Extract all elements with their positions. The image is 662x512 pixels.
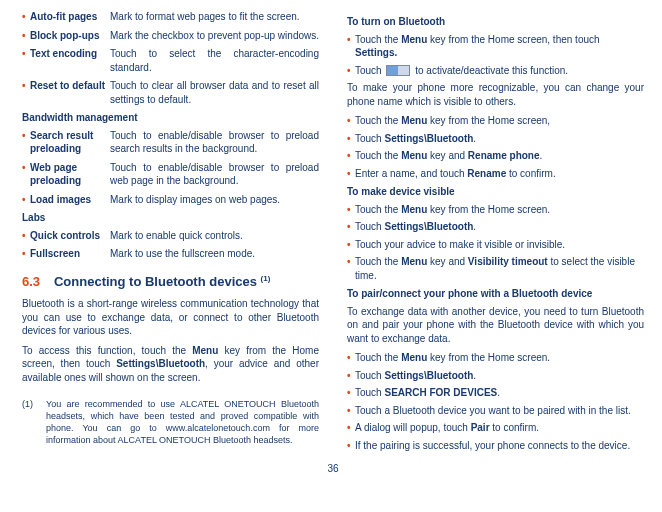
footnote: (1) You are recommended to use ALCATEL O…: [22, 398, 319, 447]
list-item: •Touch a Bluetooth device you want to be…: [347, 404, 644, 418]
bullet-icon: •: [22, 247, 30, 261]
footnote-marker: (1): [22, 398, 46, 447]
list-item: •Touch the Menu key from the Home screen…: [347, 114, 644, 128]
setting-label: Web page preloading: [30, 161, 110, 188]
list-item: •A dialog will popup, touch Pair to conf…: [347, 421, 644, 435]
list-item: •Touch the Menu key and Visibility timeo…: [347, 255, 644, 282]
left-column: •Auto-fit pagesMark to format web pages …: [22, 10, 319, 456]
list-item: •Touch the Menu key and Rename phone.: [347, 149, 644, 163]
bullet-icon: •: [22, 29, 30, 43]
page-columns: •Auto-fit pagesMark to format web pages …: [22, 10, 644, 456]
bullet-icon: •: [22, 193, 30, 207]
setting-desc: Mark to enable quick controls.: [110, 229, 319, 243]
setting-row: •Block pop-upsMark the checkbox to preve…: [22, 29, 319, 43]
para-pair: To exchange data with another device, yo…: [347, 305, 644, 346]
setting-label: Reset to default: [30, 79, 110, 106]
page-number: 36: [22, 462, 644, 476]
setting-label: Fullscreen: [30, 247, 110, 261]
para-name-note: To make your phone more recognizable, yo…: [347, 81, 644, 108]
setting-label: Block pop-ups: [30, 29, 110, 43]
setting-label: Text encoding: [30, 47, 110, 74]
setting-label: Quick controls: [30, 229, 110, 243]
bullet-icon: •: [22, 229, 30, 243]
heading-visible: To make device visible: [347, 185, 644, 199]
list-item: •Touch Settings\Bluetooth.: [347, 369, 644, 383]
setting-row: •Quick controlsMark to enable quick cont…: [22, 229, 319, 243]
list-item: •Touch SEARCH FOR DEVICES.: [347, 386, 644, 400]
bullet-icon: •: [22, 10, 30, 24]
list-item: •Touch the Menu key from the Home screen…: [347, 33, 644, 60]
heading-turn-on: To turn on Bluetooth: [347, 15, 644, 29]
list-item: •Touch Settings\Bluetooth.: [347, 132, 644, 146]
setting-desc: Mark to use the fullscreen mode.: [110, 247, 319, 261]
footnote-body: You are recommended to use ALCATEL ONETO…: [46, 398, 319, 447]
section-number: 6.3: [22, 274, 40, 289]
list-item: •Enter a name, and touch Rename to confi…: [347, 167, 644, 181]
right-column: To turn on Bluetooth •Touch the Menu key…: [347, 10, 644, 456]
list-item: •Touch the Menu key from the Home screen…: [347, 351, 644, 365]
list-item: •Touch your advice to make it visible or…: [347, 238, 644, 252]
list-item: •Touch to activate/deactivate this funct…: [347, 64, 644, 78]
bullet-icon: •: [22, 47, 30, 74]
bullet-icon: •: [22, 161, 30, 188]
setting-desc: Touch to select the character-encoding s…: [110, 47, 319, 74]
labs-heading: Labs: [22, 211, 319, 225]
setting-row: •Web page preloadingTouch to enable/disa…: [22, 161, 319, 188]
setting-row: •Text encodingTouch to select the charac…: [22, 47, 319, 74]
setting-row: •Load imagesMark to display images on we…: [22, 193, 319, 207]
section-6-3: 6.3 Connecting to Bluetooth devices (1): [22, 273, 319, 291]
section-title: Connecting to Bluetooth devices (1): [54, 274, 270, 289]
bullet-icon: •: [22, 129, 30, 156]
list-item: •If the pairing is successful, your phon…: [347, 439, 644, 453]
setting-row: •Search result preloadingTouch to enable…: [22, 129, 319, 156]
setting-desc: Mark to format web pages to fit the scre…: [110, 10, 319, 24]
setting-label: Auto-fit pages: [30, 10, 110, 24]
heading-pair: To pair/connect your phone with a Blueto…: [347, 287, 644, 301]
setting-desc: Touch to enable/disable browser to prelo…: [110, 161, 319, 188]
setting-desc: Touch to enable/disable browser to prelo…: [110, 129, 319, 156]
setting-label: Search result preloading: [30, 129, 110, 156]
setting-desc: Mark to display images on web pages.: [110, 193, 319, 207]
setting-row: •Auto-fit pagesMark to format web pages …: [22, 10, 319, 24]
bandwidth-heading: Bandwidth management: [22, 111, 319, 125]
setting-desc: Touch to clear all browser data and to r…: [110, 79, 319, 106]
list-item: •Touch the Menu key from the Home screen…: [347, 203, 644, 217]
setting-desc: Mark the checkbox to prevent pop-up wind…: [110, 29, 319, 43]
para-intro-1: Bluetooth is a short-range wireless comm…: [22, 297, 319, 338]
setting-row: •FullscreenMark to use the fullscreen mo…: [22, 247, 319, 261]
setting-label: Load images: [30, 193, 110, 207]
bullet-icon: •: [22, 79, 30, 106]
para-intro-2: To access this function, touch the Menu …: [22, 344, 319, 385]
list-item: •Touch Settings\Bluetooth.: [347, 220, 644, 234]
toggle-icon: [386, 65, 410, 76]
setting-row: •Reset to defaultTouch to clear all brow…: [22, 79, 319, 106]
